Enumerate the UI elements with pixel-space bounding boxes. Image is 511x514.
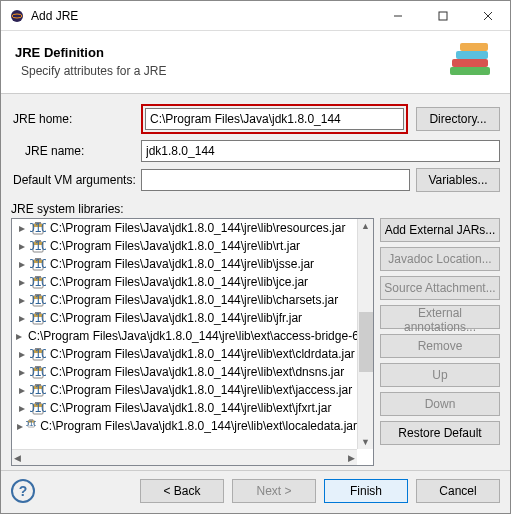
chevron-right-icon[interactable]: ▸ bbox=[16, 311, 28, 325]
banner-heading: JRE Definition bbox=[15, 45, 448, 60]
scroll-up-icon[interactable]: ▲ bbox=[359, 219, 372, 233]
jar-icon: 010 bbox=[30, 238, 46, 254]
jar-path: C:\Program Files\Java\jdk1.8.0_144\jre\l… bbox=[50, 383, 352, 397]
chevron-right-icon[interactable]: ▸ bbox=[16, 293, 28, 307]
jar-path: C:\Program Files\Java\jdk1.8.0_144\jre\l… bbox=[50, 365, 344, 379]
libraries-label: JRE system libraries: bbox=[11, 202, 500, 216]
jar-path: C:\Program Files\Java\jdk1.8.0_144\jre\l… bbox=[50, 401, 331, 415]
jar-icon: 010 bbox=[30, 292, 46, 308]
jar-icon: 010 bbox=[30, 220, 46, 236]
minimize-button[interactable] bbox=[375, 1, 420, 31]
tree-row[interactable]: ▸010C:\Program Files\Java\jdk1.8.0_144\j… bbox=[12, 381, 357, 399]
bottombar: ? < Back Next > Finish Cancel bbox=[1, 470, 510, 513]
jre-home-input[interactable] bbox=[145, 108, 404, 130]
jar-path: C:\Program Files\Java\jdk1.8.0_144\jre\l… bbox=[28, 329, 357, 343]
scroll-right-icon[interactable]: ▶ bbox=[346, 451, 357, 465]
chevron-right-icon[interactable]: ▸ bbox=[16, 221, 28, 235]
back-button[interactable]: < Back bbox=[140, 479, 224, 503]
close-button[interactable] bbox=[465, 1, 510, 31]
jar-icon: 010 bbox=[30, 310, 46, 326]
remove-button[interactable]: Remove bbox=[380, 334, 500, 358]
chevron-right-icon[interactable]: ▸ bbox=[16, 347, 28, 361]
jar-path: C:\Program Files\Java\jdk1.8.0_144\jre\l… bbox=[50, 347, 355, 361]
jar-icon: 010 bbox=[30, 400, 46, 416]
cancel-button[interactable]: Cancel bbox=[416, 479, 500, 503]
svg-rect-8 bbox=[460, 43, 488, 51]
tree-row[interactable]: ▸010C:\Program Files\Java\jdk1.8.0_144\j… bbox=[12, 291, 357, 309]
jar-icon: 010 bbox=[30, 274, 46, 290]
down-button[interactable]: Down bbox=[380, 392, 500, 416]
scroll-left-icon[interactable]: ◀ bbox=[12, 451, 23, 465]
add-external-jars-button[interactable]: Add External JARs... bbox=[380, 218, 500, 242]
directory-button[interactable]: Directory... bbox=[416, 107, 500, 131]
tree-row[interactable]: ▸010C:\Program Files\Java\jdk1.8.0_144\j… bbox=[12, 345, 357, 363]
svg-text:010: 010 bbox=[30, 257, 46, 271]
chevron-right-icon[interactable]: ▸ bbox=[16, 275, 28, 289]
help-icon[interactable]: ? bbox=[11, 479, 35, 503]
tree-row[interactable]: ▸010C:\Program Files\Java\jdk1.8.0_144\j… bbox=[12, 399, 357, 417]
jar-icon: 010 bbox=[30, 382, 46, 398]
jar-icon: 010 bbox=[30, 256, 46, 272]
svg-point-0 bbox=[11, 10, 23, 22]
svg-text:010: 010 bbox=[26, 419, 36, 428]
svg-text:010: 010 bbox=[30, 239, 46, 253]
svg-text:010: 010 bbox=[30, 365, 46, 379]
svg-text:010: 010 bbox=[30, 275, 46, 289]
banner-subtext: Specify attributes for a JRE bbox=[15, 64, 448, 78]
jar-icon: 010 bbox=[30, 346, 46, 362]
scroll-down-icon[interactable]: ▼ bbox=[359, 435, 372, 449]
maximize-button[interactable] bbox=[420, 1, 465, 31]
jar-path: C:\Program Files\Java\jdk1.8.0_144\jre\l… bbox=[50, 257, 314, 271]
jar-path: C:\Program Files\Java\jdk1.8.0_144\jre\l… bbox=[50, 311, 302, 325]
tree-row[interactable]: ▸010C:\Program Files\Java\jdk1.8.0_144\j… bbox=[12, 255, 357, 273]
tree-row[interactable]: ▸010C:\Program Files\Java\jdk1.8.0_144\j… bbox=[12, 363, 357, 381]
tree-row[interactable]: ▸010C:\Program Files\Java\jdk1.8.0_144\j… bbox=[12, 273, 357, 291]
external-annotations-button[interactable]: External annotations... bbox=[380, 305, 500, 329]
chevron-right-icon[interactable]: ▸ bbox=[16, 419, 24, 433]
jre-home-highlight bbox=[141, 104, 408, 134]
titlebar: Add JRE bbox=[1, 1, 510, 31]
chevron-right-icon[interactable]: ▸ bbox=[16, 401, 28, 415]
javadoc-location-button[interactable]: Javadoc Location... bbox=[380, 247, 500, 271]
books-icon bbox=[448, 41, 496, 81]
vertical-scrollbar[interactable]: ▲ ▼ bbox=[357, 219, 373, 449]
vm-args-input[interactable] bbox=[141, 169, 410, 191]
svg-rect-3 bbox=[439, 12, 447, 20]
restore-default-button[interactable]: Restore Default bbox=[380, 421, 500, 445]
svg-rect-7 bbox=[456, 51, 488, 59]
tree-row[interactable]: ▸010C:\Program Files\Java\jdk1.8.0_144\j… bbox=[12, 237, 357, 255]
up-button[interactable]: Up bbox=[380, 363, 500, 387]
chevron-right-icon[interactable]: ▸ bbox=[16, 383, 28, 397]
scroll-thumb[interactable] bbox=[359, 312, 373, 372]
chevron-right-icon[interactable]: ▸ bbox=[16, 257, 28, 271]
svg-rect-9 bbox=[450, 67, 490, 75]
banner: JRE Definition Specify attributes for a … bbox=[1, 31, 510, 94]
finish-button[interactable]: Finish bbox=[324, 479, 408, 503]
svg-text:010: 010 bbox=[30, 293, 46, 307]
jar-path: C:\Program Files\Java\jdk1.8.0_144\jre\l… bbox=[50, 275, 308, 289]
next-button[interactable]: Next > bbox=[232, 479, 316, 503]
svg-text:010: 010 bbox=[30, 383, 46, 397]
jre-name-label: JRE name: bbox=[11, 144, 141, 158]
svg-text:010: 010 bbox=[30, 311, 46, 325]
source-attachment-button[interactable]: Source Attachment... bbox=[380, 276, 500, 300]
jar-path: C:\Program Files\Java\jdk1.8.0_144\jre\l… bbox=[40, 419, 357, 433]
jre-name-input[interactable] bbox=[141, 140, 500, 162]
svg-rect-6 bbox=[452, 59, 488, 67]
chevron-right-icon[interactable]: ▸ bbox=[16, 365, 28, 379]
jar-path: C:\Program Files\Java\jdk1.8.0_144\jre\l… bbox=[50, 221, 345, 235]
tree-row[interactable]: ▸010C:\Program Files\Java\jdk1.8.0_144\j… bbox=[12, 327, 357, 345]
tree-row[interactable]: ▸010C:\Program Files\Java\jdk1.8.0_144\j… bbox=[12, 309, 357, 327]
horizontal-scrollbar[interactable]: ◀ ▶ bbox=[12, 449, 357, 465]
vm-args-label: Default VM arguments: bbox=[11, 173, 141, 187]
tree-row[interactable]: ▸010C:\Program Files\Java\jdk1.8.0_144\j… bbox=[12, 219, 357, 237]
eclipse-icon bbox=[9, 8, 25, 24]
chevron-right-icon[interactable]: ▸ bbox=[16, 239, 28, 253]
svg-text:010: 010 bbox=[30, 347, 46, 361]
libraries-tree[interactable]: ▸010C:\Program Files\Java\jdk1.8.0_144\j… bbox=[11, 218, 374, 466]
jar-icon: 010 bbox=[30, 364, 46, 380]
chevron-right-icon[interactable]: ▸ bbox=[16, 329, 22, 343]
tree-row[interactable]: ▸010C:\Program Files\Java\jdk1.8.0_144\j… bbox=[12, 417, 357, 435]
variables-button[interactable]: Variables... bbox=[416, 168, 500, 192]
svg-text:010: 010 bbox=[30, 401, 46, 415]
